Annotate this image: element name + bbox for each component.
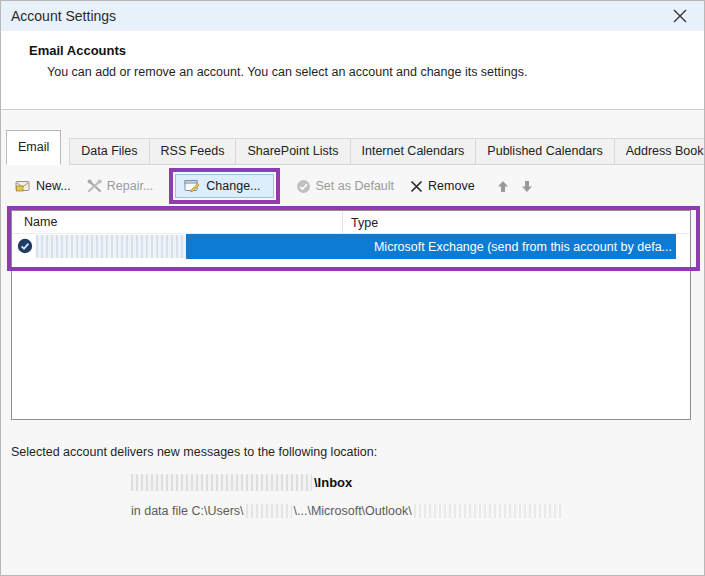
- data-file-path-line: in data file C:\Users\ \...\Microsoft\Ou…: [131, 504, 564, 518]
- set-as-default-label: Set as Default: [316, 179, 395, 193]
- set-default-icon: [296, 179, 311, 194]
- new-account-button[interactable]: New...: [15, 179, 71, 193]
- repair-icon: [87, 179, 102, 193]
- accounts-panel: Email Data Files RSS Feeds SharePoint Li…: [1, 110, 704, 576]
- window-title: Account Settings: [11, 8, 116, 24]
- remove-account-button[interactable]: Remove: [410, 179, 475, 193]
- set-as-default-button[interactable]: Set as Default: [296, 179, 395, 194]
- account-name-redacted: [36, 235, 186, 258]
- remove-account-label: Remove: [428, 179, 475, 193]
- accounts-toolbar: New... Repair...: [15, 166, 533, 206]
- move-down-icon[interactable]: [521, 180, 533, 193]
- list-header: Name Type: [12, 211, 690, 234]
- change-button-annotation: Change...: [169, 168, 279, 204]
- delivery-location-text: Selected account delivers new messages t…: [11, 445, 377, 459]
- page-title: Email Accounts: [29, 43, 126, 58]
- repair-account-button[interactable]: Repair...: [87, 179, 154, 193]
- account-settings-dialog: Account Settings Email Accounts You can …: [0, 0, 705, 576]
- new-mail-icon: [15, 179, 31, 193]
- close-button[interactable]: [666, 4, 694, 28]
- account-type-text: Microsoft Exchange (send from this accou…: [374, 240, 672, 254]
- tab-published-calendars[interactable]: Published Calendars: [476, 138, 614, 165]
- change-icon: [184, 179, 200, 193]
- row-selection-highlight: Microsoft Exchange (send from this accou…: [186, 234, 676, 259]
- tab-strip: Email Data Files RSS Feeds SharePoint Li…: [6, 120, 705, 165]
- tab-address-books[interactable]: Address Books: [615, 138, 705, 165]
- account-row-selected[interactable]: Microsoft Exchange (send from this accou…: [12, 234, 690, 259]
- data-file-middle: \...\Microsoft\Outlook\: [294, 504, 412, 518]
- page-description: You can add or remove an account. You ca…: [47, 65, 527, 79]
- move-up-icon[interactable]: [497, 180, 509, 193]
- accounts-list[interactable]: Name Type Microsoft Exchange (send from …: [11, 210, 691, 420]
- data-file-name-redacted: [414, 504, 564, 518]
- tab-email[interactable]: Email: [6, 130, 61, 165]
- change-account-button[interactable]: Change...: [175, 174, 273, 198]
- inbox-path-label: \Inbox: [314, 475, 352, 490]
- delivery-folder-line: \Inbox: [131, 474, 352, 491]
- tab-sharepoint-lists[interactable]: SharePoint Lists: [236, 138, 350, 165]
- tab-rss-feeds[interactable]: RSS Feeds: [150, 138, 237, 165]
- data-file-prefix: in data file C:\Users\: [131, 504, 244, 518]
- tab-data-files[interactable]: Data Files: [69, 138, 149, 165]
- tab-internet-calendars[interactable]: Internet Calendars: [351, 138, 477, 165]
- title-bar: Account Settings: [1, 1, 704, 31]
- mailbox-name-redacted: [131, 474, 312, 491]
- default-account-check-icon: [17, 238, 33, 254]
- username-redacted: [246, 504, 292, 518]
- reorder-buttons: [497, 180, 533, 193]
- remove-icon: [410, 180, 423, 193]
- new-account-label: New...: [36, 179, 71, 193]
- repair-account-label: Repair...: [107, 179, 154, 193]
- column-header-name[interactable]: Name: [12, 215, 57, 229]
- change-account-label: Change...: [206, 179, 260, 193]
- close-icon: [673, 9, 687, 23]
- column-header-type[interactable]: Type: [342, 211, 378, 234]
